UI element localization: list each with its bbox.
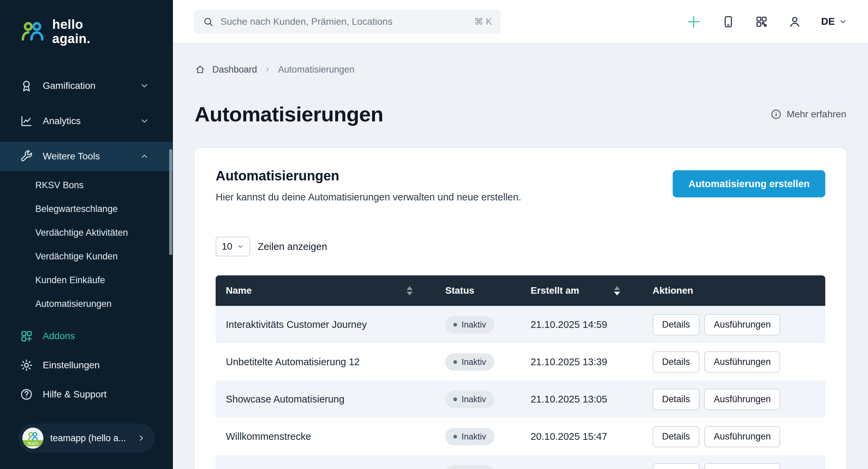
- page-title: Automatisierungen: [195, 102, 383, 126]
- learn-more-label: Mehr erfahren: [787, 109, 846, 120]
- rows-per-page-select[interactable]: 10: [216, 237, 250, 256]
- column-header-status[interactable]: Status: [435, 275, 520, 306]
- language-selector[interactable]: DE: [821, 16, 847, 27]
- learn-more-link[interactable]: Mehr erfahren: [770, 109, 846, 120]
- user-icon[interactable]: [788, 15, 802, 28]
- rows-per-page-control: 10 Zeilen anzeigen: [216, 237, 825, 256]
- executions-button[interactable]: Ausführungen: [704, 426, 780, 447]
- automations-table: Name Status Erstellt am: [216, 275, 825, 469]
- card-subtitle: Hier kannst du deine Automatisierungen v…: [216, 192, 521, 203]
- executions-button[interactable]: Ausführungen: [704, 351, 780, 373]
- search-icon: [203, 16, 214, 27]
- status-badge: Inaktiv: [445, 353, 494, 371]
- sidebar-subitem-verdaechtige-aktivitaeten[interactable]: Verdächtige Aktivitäten: [0, 221, 173, 245]
- medal-icon: [20, 79, 33, 93]
- sidebar-subitem-verdaechtige-kunden[interactable]: Verdächtige Kunden: [0, 245, 173, 269]
- gear-icon: [20, 358, 33, 372]
- cell-status: Inaktiv: [435, 380, 520, 418]
- executions-button[interactable]: Ausführungen: [704, 314, 780, 335]
- column-label: Status: [445, 285, 474, 296]
- cell-created: 21.10.2025 13:39: [520, 343, 643, 380]
- subitem-label: Verdächtige Kunden: [35, 251, 118, 262]
- sidebar-item-label: Hilfe & Support: [43, 389, 106, 400]
- status-badge: Inaktiv: [445, 428, 494, 445]
- status-badge: Inaktiv: [445, 316, 494, 333]
- table-row: Unbetitelte Automatisierung 9 Inaktiv 20…: [216, 455, 825, 469]
- cell-status: Inaktiv: [435, 343, 520, 380]
- status-label: Inaktiv: [461, 320, 486, 330]
- table-row: Unbetitelte Automatisierung 12 Inaktiv 2…: [216, 343, 825, 380]
- breadcrumb: Dashboard Automatisierungen: [195, 63, 846, 76]
- sidebar-item-label: Einstellungen: [43, 360, 100, 371]
- subitem-label: Belegwarteschlange: [35, 204, 118, 214]
- cell-actions: DetailsAusführungen: [643, 455, 825, 469]
- sidebar-subitem-belegwarteschlange[interactable]: Belegwarteschlange: [0, 197, 173, 221]
- cell-created: 21.10.2025 14:59: [520, 306, 643, 343]
- subitem-label: Kunden Einkäufe: [35, 275, 105, 286]
- brand-logo[interactable]: hello again.: [0, 0, 173, 46]
- status-badge: Inaktiv: [445, 391, 494, 408]
- sidebar-subitem-kunden-einkaeufe[interactable]: Kunden Einkäufe: [0, 269, 173, 292]
- sidebar-item-analytics[interactable]: Analytics: [0, 106, 173, 136]
- cell-status: Inaktiv: [435, 455, 520, 469]
- chevron-right-icon: [137, 434, 146, 443]
- status-dot-icon: [453, 397, 457, 401]
- wrench-icon: [20, 150, 33, 163]
- automations-card: Automatisierungen Hier kannst du deine A…: [195, 148, 846, 469]
- table-row: Willkommenstrecke Inaktiv 20.10.2025 15:…: [216, 418, 825, 455]
- column-header-actions[interactable]: Aktionen: [643, 275, 825, 306]
- executions-button[interactable]: Ausführungen: [704, 389, 780, 410]
- create-automation-button[interactable]: Automatisierung erstellen: [673, 170, 825, 197]
- global-search[interactable]: ⌘ K: [194, 9, 501, 34]
- sidebar-subitem-rksv-bons[interactable]: RKSV Bons: [0, 174, 173, 197]
- subitem-label: RKSV Bons: [35, 180, 84, 191]
- card-title: Automatisierungen: [216, 168, 521, 183]
- rows-per-page-value: 10: [222, 241, 232, 252]
- smartphone-icon[interactable]: [722, 15, 735, 28]
- breadcrumb-dashboard[interactable]: Dashboard: [212, 64, 257, 75]
- details-button[interactable]: Details: [653, 426, 700, 447]
- cell-created: 21.10.2025 13:05: [520, 380, 643, 418]
- account-label: teamapp (hello a...: [50, 433, 130, 444]
- home-icon[interactable]: [195, 64, 205, 75]
- sidebar-subitem-automatisierungen[interactable]: Automatisierungen: [0, 292, 173, 316]
- sidebar-item-addons[interactable]: Addons: [0, 321, 173, 351]
- account-switcher[interactable]: team teamapp (hello a...: [18, 424, 155, 453]
- create-plus-icon[interactable]: [686, 14, 702, 30]
- language-label: DE: [821, 16, 835, 27]
- chevron-down-icon: [839, 18, 847, 26]
- chevron-down-icon: [140, 116, 149, 126]
- help-icon: [20, 388, 33, 401]
- qr-grid-icon[interactable]: [755, 15, 768, 28]
- column-header-created[interactable]: Erstellt am: [520, 275, 643, 306]
- cell-name: Unbetitelte Automatisierung 9: [216, 455, 435, 469]
- sidebar-item-weitere-tools[interactable]: Weitere Tools: [0, 142, 173, 171]
- topbar-actions: DE: [686, 14, 847, 30]
- topbar: ⌘ K DE: [173, 0, 868, 43]
- details-button[interactable]: Details: [653, 389, 700, 410]
- column-header-name[interactable]: Name: [216, 275, 435, 306]
- info-icon: [770, 109, 782, 120]
- status-label: Inaktiv: [461, 432, 486, 442]
- details-button[interactable]: Details: [653, 314, 700, 335]
- page-header: Automatisierungen Mehr erfahren: [195, 102, 846, 126]
- details-button[interactable]: Details: [653, 463, 700, 469]
- hello-again-logo-icon: [20, 19, 45, 45]
- cell-status: Inaktiv: [435, 418, 520, 455]
- brand-name: hello again.: [52, 18, 91, 46]
- cell-actions: DetailsAusführungen: [643, 380, 825, 418]
- sidebar-item-einstellungen[interactable]: Einstellungen: [0, 351, 173, 380]
- sidebar-item-hilfe-support[interactable]: Hilfe & Support: [0, 380, 173, 409]
- sidebar-scrollbar[interactable]: [169, 149, 172, 255]
- breadcrumb-current: Automatisierungen: [278, 64, 354, 75]
- cell-actions: DetailsAusführungen: [643, 306, 825, 343]
- executions-button[interactable]: Ausführungen: [704, 463, 780, 469]
- sidebar-item-gamification[interactable]: Gamification: [0, 71, 173, 100]
- table-row: Interaktivitäts Customer Journey Inaktiv…: [216, 306, 825, 343]
- details-button[interactable]: Details: [653, 351, 700, 373]
- line-chart-icon: [20, 114, 33, 128]
- sidebar-footer-nav: Addons Einstellungen Hilfe & Support: [0, 321, 173, 409]
- cell-name: Unbetitelte Automatisierung 12: [216, 343, 435, 380]
- weitere-tools-submenu: RKSV Bons Belegwarteschlange Verdächtige…: [0, 174, 173, 316]
- search-input[interactable]: [220, 16, 467, 27]
